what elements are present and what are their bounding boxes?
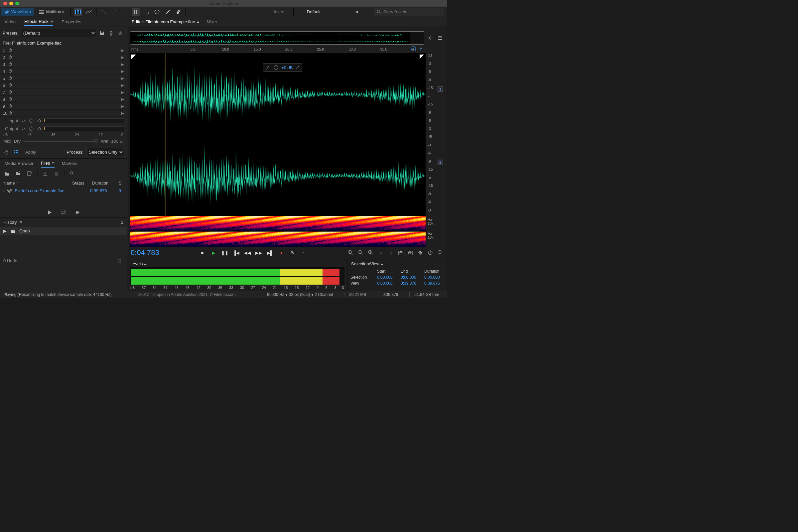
pin-icon[interactable] (418, 46, 424, 51)
list-icon[interactable] (13, 149, 20, 156)
knob-icon[interactable] (28, 126, 34, 131)
chevron-right-icon[interactable]: ▶ (121, 91, 124, 94)
sv-value[interactable]: 0:00.000 (377, 281, 397, 286)
list-view-button[interactable] (436, 34, 444, 42)
knob-icon[interactable] (273, 65, 279, 70)
new-file-button[interactable] (26, 170, 33, 177)
play-button[interactable]: ▶ (210, 249, 217, 256)
loop-button[interactable]: ↻ (289, 249, 296, 256)
pin-icon[interactable] (295, 65, 299, 70)
go-start-button[interactable]: ▐◀ (233, 249, 240, 256)
loop-button[interactable] (60, 209, 67, 216)
stop-button[interactable]: ■ (199, 249, 206, 256)
sv-value[interactable]: 0:39.876 (401, 281, 421, 286)
pause-button[interactable]: ❚❚ (222, 249, 228, 256)
chevron-right-icon[interactable]: ▶ (121, 56, 124, 59)
clear-history-button[interactable] (116, 257, 124, 264)
sv-value[interactable]: 0:00.000 (424, 275, 444, 280)
mix-slider[interactable] (23, 141, 98, 141)
search-help[interactable] (374, 8, 444, 16)
chevron-right-icon[interactable]: ▶ (121, 97, 124, 101)
menu-icon[interactable]: ≡ (19, 220, 22, 225)
power-icon[interactable] (8, 110, 13, 116)
zoom-full-button[interactable] (367, 249, 374, 256)
rewind-button[interactable]: ◀◀ (244, 249, 251, 256)
fade-handle[interactable] (420, 55, 424, 59)
power-icon[interactable] (8, 103, 13, 109)
zoom-time-button[interactable] (427, 249, 434, 256)
fade-handle[interactable] (131, 55, 136, 59)
spectrogram[interactable]: Hz 10k Hz 10k (130, 216, 444, 247)
menu-icon[interactable]: ≡ (381, 261, 383, 266)
sv-value[interactable]: 0:00.000 (377, 275, 397, 280)
record-button[interactable]: ● (278, 249, 285, 256)
menu-icon[interactable]: ≡ (52, 160, 55, 166)
effect-slot[interactable]: 5▶ (0, 75, 127, 82)
time-selection-tool-button[interactable] (132, 8, 140, 16)
editor-tab[interactable]: Editor: FileInfo.com Example.flac≡ (132, 19, 200, 24)
volume-hud[interactable]: +0 dB (263, 63, 302, 72)
import-button[interactable] (15, 170, 22, 177)
files-search-button[interactable] (69, 170, 76, 177)
workspace-selector[interactable]: Default» (296, 8, 370, 15)
waveform-mode-button[interactable]: Waveform (1, 8, 34, 16)
open-file-button[interactable] (3, 170, 11, 177)
zoom-reset-button[interactable] (437, 249, 443, 256)
tab-markers[interactable]: Markers (62, 159, 77, 167)
delete-file-button[interactable] (53, 170, 60, 177)
mixer-tab[interactable]: Mixer (207, 19, 217, 24)
channel-2-badge[interactable]: 2 (438, 159, 443, 165)
zoom-in-start-button[interactable] (397, 249, 404, 256)
chevron-right-icon[interactable]: ▶ (121, 76, 124, 80)
lasso-tool-button[interactable] (153, 8, 161, 16)
zoom-sel-out-button[interactable]: ⊖ (387, 249, 394, 256)
pitch-display-button[interactable] (85, 8, 93, 16)
close-icon[interactable] (3, 2, 7, 5)
chevron-right-icon[interactable]: ▶ (121, 49, 124, 52)
minimize-icon[interactable] (9, 2, 13, 5)
headphones-icon[interactable] (411, 46, 416, 51)
menu-icon[interactable]: ≡ (51, 19, 53, 24)
search-input[interactable] (383, 9, 441, 14)
skip-button[interactable]: ⤳ (301, 249, 307, 256)
power-button[interactable] (3, 149, 10, 156)
sv-value[interactable]: 0:00.000 (401, 275, 421, 280)
process-select[interactable]: Selection Only (86, 148, 124, 156)
effect-slot[interactable]: 1▶ (0, 47, 127, 54)
col-duration[interactable]: Duration (92, 180, 119, 186)
zoom-out-button[interactable] (357, 249, 364, 256)
marquee-tool-button[interactable] (142, 8, 150, 16)
timecode[interactable]: 0:04.783 (131, 248, 159, 257)
effect-slot[interactable]: 9▶ (0, 103, 127, 110)
maximize-icon[interactable] (15, 2, 19, 5)
tab-video[interactable]: Video (5, 18, 16, 25)
playhead[interactable] (166, 53, 166, 216)
insert-button[interactable] (41, 170, 49, 177)
knob-icon[interactable] (28, 118, 34, 124)
presets-select[interactable]: (Default) (21, 29, 96, 37)
apply-button[interactable]: Apply (23, 149, 39, 156)
menu-icon[interactable]: ≡ (144, 261, 147, 266)
power-icon[interactable] (8, 82, 13, 88)
time-ruler[interactable]: 5.010.015.020.025.030.035.04 (130, 47, 418, 53)
effect-slot[interactable]: 3▶ (0, 61, 127, 68)
zoom-in-point-button[interactable] (417, 249, 424, 256)
zoom-in-button[interactable] (347, 249, 354, 256)
effect-slot[interactable]: 8▶ (0, 96, 127, 103)
power-icon[interactable] (8, 96, 13, 102)
chevron-right-icon[interactable]: ▶ (121, 62, 124, 66)
col-name[interactable]: Name ↑ (3, 180, 72, 186)
power-icon[interactable] (8, 48, 13, 53)
spectral-display-button[interactable] (74, 8, 82, 16)
forward-button[interactable]: ▶▶ (255, 249, 262, 256)
chevron-right-icon[interactable]: ▶ (121, 111, 124, 115)
history-item[interactable]: ▶ Open (0, 227, 127, 235)
zoom-sel-in-button[interactable]: ⊕ (377, 249, 384, 256)
col-status[interactable]: Status (72, 180, 92, 186)
favorite-button[interactable] (117, 30, 124, 37)
multitrack-mode-button[interactable]: Multitrack (36, 8, 68, 16)
heal-tool-button[interactable] (174, 8, 182, 16)
power-icon[interactable] (8, 69, 13, 74)
tab-properties[interactable]: Properties (61, 18, 81, 25)
sv-value[interactable]: 0:39.876 (424, 281, 444, 286)
